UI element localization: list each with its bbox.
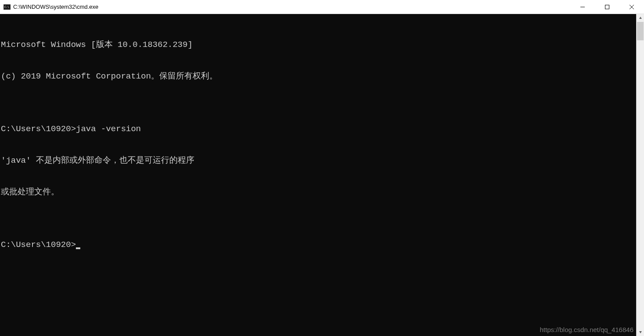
close-button[interactable] — [619, 0, 644, 14]
output-line: C:\Users\10920>java -version — [1, 124, 636, 134]
vertical-scrollbar[interactable] — [636, 14, 644, 336]
svg-text:C:\: C:\ — [4, 5, 9, 8]
cursor-icon — [76, 247, 80, 249]
maximize-button[interactable] — [595, 0, 619, 14]
scrollbar-thumb[interactable] — [637, 22, 644, 40]
cmd-icon: C:\ — [4, 4, 11, 11]
minimize-button[interactable] — [570, 0, 595, 14]
content-wrapper: Microsoft Windows [版本 10.0.18362.239] (c… — [0, 14, 644, 336]
scroll-down-button[interactable] — [637, 328, 644, 336]
terminal-output[interactable]: Microsoft Windows [版本 10.0.18362.239] (c… — [0, 14, 636, 336]
output-line: 或批处理文件。 — [1, 187, 636, 197]
scrollbar-track[interactable] — [637, 22, 644, 328]
titlebar[interactable]: C:\ C:\WINDOWS\system32\cmd.exe — [0, 0, 644, 14]
window-controls — [570, 0, 644, 14]
svg-rect-3 — [605, 5, 609, 9]
prompt-text: C:\Users\10920> — [1, 240, 76, 250]
prompt-line: C:\Users\10920> — [1, 239, 636, 250]
svg-marker-6 — [639, 17, 642, 19]
output-line: Microsoft Windows [版本 10.0.18362.239] — [1, 39, 636, 50]
output-line: (c) 2019 Microsoft Corporation。保留所有权利。 — [1, 71, 636, 82]
window-title: C:\WINDOWS\system32\cmd.exe — [13, 4, 570, 10]
scroll-up-button[interactable] — [637, 14, 644, 22]
output-line: 'java' 不是内部或外部命令，也不是可运行的程序 — [1, 155, 636, 166]
svg-marker-7 — [639, 331, 642, 333]
